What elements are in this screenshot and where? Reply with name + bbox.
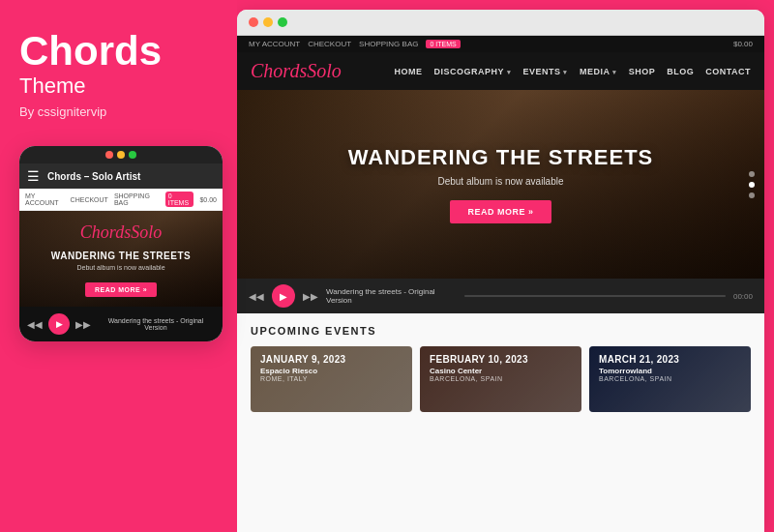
events-section: UPCOMING EVENTS JANUARY 9, 2023Espacio R…: [237, 313, 764, 532]
nav-blog[interactable]: BLOG: [667, 67, 694, 76]
audio-prev-button[interactable]: ◀◀: [249, 291, 264, 302]
event-location-1: ROME, ITALY: [260, 375, 402, 382]
nav-events[interactable]: EVENTS ▾: [522, 67, 568, 76]
events-section-title: UPCOMING EVENTS: [251, 325, 751, 337]
audio-play-button[interactable]: ▶: [272, 284, 295, 308]
nav-shop[interactable]: SHOP: [629, 67, 656, 76]
mobile-read-more-button[interactable]: READ MORE »: [85, 282, 157, 297]
audio-time: 00:00: [733, 292, 753, 301]
mobile-my-account[interactable]: MY ACCOUNT: [25, 192, 65, 206]
mobile-cart-badge: 0 ITEMS: [165, 192, 194, 207]
hero-dot-2[interactable]: [749, 182, 755, 188]
mobile-next-button[interactable]: ▶▶: [75, 319, 91, 330]
mobile-price: $0.00: [199, 196, 217, 203]
site-topbar-right: $0.00: [733, 40, 753, 48]
mobile-hero: ChordsSolo WANDERING THE STREETS Debut a…: [19, 211, 223, 307]
site-topbar: MY ACCOUNT CHECKOUT SHOPPING BAG 0 ITEMS…: [237, 36, 764, 52]
site-logo-highlight: Solo: [307, 60, 342, 81]
mobile-logo-highlight: Solo: [131, 222, 162, 242]
audio-next-button[interactable]: ▶▶: [303, 291, 318, 302]
nav-contact[interactable]: CONTACT: [705, 67, 751, 76]
theme-by: By cssignitervip: [19, 104, 218, 119]
theme-title: Chords: [19, 29, 218, 74]
mobile-dot-red: [105, 151, 113, 159]
event-date-3: MARCH 21, 2023: [599, 354, 741, 365]
topbar-price: $0.00: [733, 40, 753, 48]
mobile-play-button[interactable]: ▶: [48, 313, 70, 335]
topbar-shopping-bag[interactable]: SHOPPING BAG: [359, 40, 418, 48]
site-audio-player: ◀◀ ▶ ▶▶ Wandering the streets - Original…: [237, 279, 764, 313]
mobile-track-name: Wandering the streets - Original Version: [97, 317, 215, 331]
site-nav: ChordsSolo HOME DISCOGRAPHY ▾ EVENTS ▾ M…: [237, 52, 764, 90]
mobile-hero-sub: Debut album is now available: [29, 264, 213, 271]
mobile-checkout[interactable]: CHECKOUT: [71, 196, 108, 203]
browser-dot-close[interactable]: [249, 17, 258, 27]
hamburger-icon[interactable]: ☰: [27, 168, 40, 184]
mobile-prev-button[interactable]: ◀◀: [27, 319, 43, 330]
topbar-my-account[interactable]: MY ACCOUNT: [249, 40, 300, 48]
hero-read-more-button[interactable]: READ MORE »: [450, 200, 551, 223]
event-location-2: BARCELONA, SPAIN: [430, 375, 572, 382]
site-nav-links: HOME DISCOGRAPHY ▾ EVENTS ▾ MEDIA ▾ SHOP…: [395, 67, 751, 76]
browser-window-controls: [249, 17, 287, 27]
mobile-logo: ChordsSolo: [29, 222, 213, 243]
site-logo: ChordsSolo: [251, 60, 342, 82]
site-logo-text: Chords: [251, 60, 307, 81]
site-topbar-left: MY ACCOUNT CHECKOUT SHOPPING BAG 0 ITEMS: [249, 40, 461, 48]
mobile-account-bar: MY ACCOUNT CHECKOUT SHOPPING BAG 0 ITEMS…: [19, 189, 223, 211]
browser-chrome: [237, 10, 764, 36]
hero-subtitle: Debut album is now available: [437, 176, 563, 187]
right-panel: MY ACCOUNT CHECKOUT SHOPPING BAG 0 ITEMS…: [237, 10, 764, 532]
mobile-top-bar: [19, 146, 223, 163]
event-venue-3: Tomorrowland: [599, 367, 741, 375]
mobile-logo-text: Chords: [80, 222, 131, 242]
audio-progress-bar[interactable]: [464, 295, 726, 297]
nav-home[interactable]: HOME: [395, 67, 423, 76]
hero-dot-1[interactable]: [749, 171, 755, 177]
mobile-title-bar: ☰ Chords – Solo Artist: [19, 163, 223, 189]
nav-discography[interactable]: DISCOGRAPHY ▾: [434, 67, 512, 76]
left-panel: Chords Theme By cssignitervip ☰ Chords –…: [0, 0, 237, 532]
event-date-1: JANUARY 9, 2023: [260, 354, 402, 365]
mobile-site-title: Chords – Solo Artist: [47, 171, 140, 182]
theme-subtitle: Theme: [19, 74, 218, 99]
mobile-dot-green: [129, 151, 136, 159]
hero-dot-3[interactable]: [749, 192, 755, 198]
hero-title: WANDERING THE STREETS: [348, 145, 654, 170]
mobile-mockup: ☰ Chords – Solo Artist MY ACCOUNT CHECKO…: [19, 146, 223, 341]
event-location-3: BARCELONA, SPAIN: [599, 375, 741, 382]
event-venue-2: Casino Center: [430, 367, 572, 375]
mobile-player: ◀◀ ▶ ▶▶ Wandering the streets - Original…: [19, 307, 223, 341]
browser-content: MY ACCOUNT CHECKOUT SHOPPING BAG 0 ITEMS…: [237, 36, 764, 532]
hero-slide-dots: [749, 171, 755, 198]
event-date-2: FEBRUARY 10, 2023: [430, 354, 572, 365]
event-venue-1: Espacio Riesco: [260, 367, 402, 375]
nav-media[interactable]: MEDIA ▾: [580, 67, 617, 76]
topbar-checkout[interactable]: CHECKOUT: [308, 40, 351, 48]
browser-dot-minimize[interactable]: [263, 17, 273, 27]
mobile-shopping-bag[interactable]: SHOPPING BAG: [114, 192, 160, 206]
mobile-hero-title: WANDERING THE STREETS: [29, 251, 213, 261]
site-hero: WANDERING THE STREETS Debut album is now…: [237, 90, 764, 279]
browser-dot-maximize[interactable]: [278, 17, 287, 27]
topbar-cart-badge: 0 ITEMS: [426, 40, 460, 48]
event-card-2[interactable]: FEBRUARY 10, 2023Casino CenterBARCELONA,…: [420, 346, 581, 412]
event-card-1[interactable]: JANUARY 9, 2023Espacio RiescoROME, ITALY: [251, 346, 412, 412]
mobile-dot-yellow: [117, 151, 125, 159]
event-card-3[interactable]: MARCH 21, 2023TomorrowlandBARCELONA, SPA…: [589, 346, 751, 412]
events-grid: JANUARY 9, 2023Espacio RiescoROME, ITALY…: [251, 346, 751, 412]
audio-track-name: Wandering the streets - Original Version: [326, 287, 457, 305]
